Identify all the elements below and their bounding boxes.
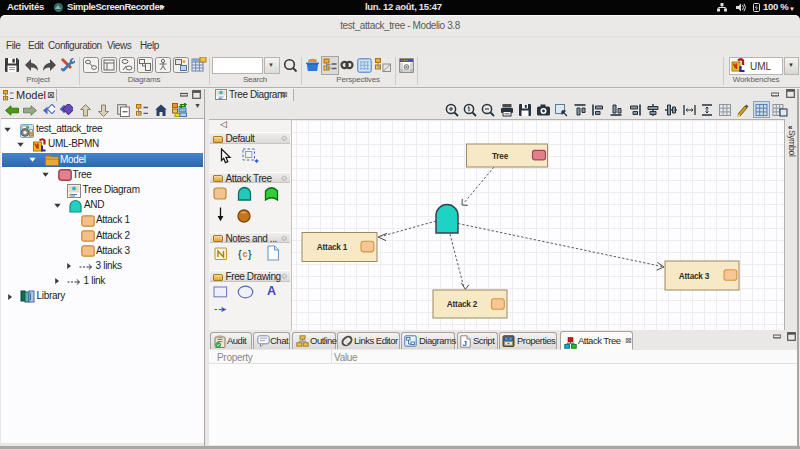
svg-text:Tree: Tree	[492, 152, 509, 161]
svg-text:J: J	[463, 339, 467, 348]
svg-text:c: c	[243, 249, 248, 259]
svg-text:Attack 1: Attack 1	[317, 243, 348, 252]
svg-text:Attack 3: Attack 3	[679, 272, 710, 281]
svg-text:Attack 2: Attack 2	[447, 300, 478, 309]
svg-text:{: {	[238, 248, 242, 260]
svg-text:}: }	[248, 248, 252, 260]
